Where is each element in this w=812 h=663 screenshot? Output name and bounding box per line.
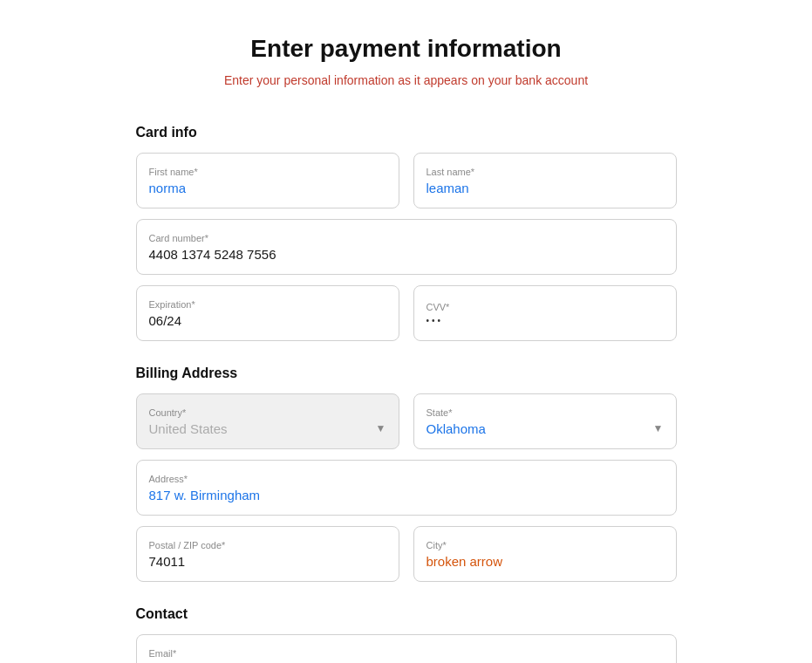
- expiration-value: 06/24: [149, 313, 386, 328]
- country-value: United States: [149, 421, 228, 436]
- state-value: Oklahoma: [426, 421, 486, 436]
- postal-value: 74011: [149, 554, 386, 569]
- address-label: Address*: [149, 474, 664, 484]
- state-box[interactable]: State* Oklahoma ▼: [413, 393, 677, 449]
- page-header: Enter payment information Enter your per…: [136, 35, 677, 90]
- name-row: First name* norma Last name* leaman: [136, 153, 677, 208]
- postal-field[interactable]: Postal / ZIP code* 74011: [136, 526, 399, 582]
- email-field[interactable]: Email* leighallen22@hotmail.com: [136, 634, 677, 663]
- card-number-label: Card number*: [149, 233, 664, 243]
- last-name-field[interactable]: Last name* leaman: [413, 153, 677, 208]
- city-label: City*: [426, 540, 664, 550]
- address-field[interactable]: Address* 817 w. Birmingham: [136, 460, 677, 516]
- contact-section: Contact Email* leighallen22@hotmail.com: [136, 606, 677, 663]
- city-value: broken arrow: [426, 554, 664, 569]
- city-box[interactable]: City* broken arrow: [413, 526, 677, 582]
- expiration-field[interactable]: Expiration* 06/24: [136, 285, 399, 341]
- page-subtitle: Enter your personal information as it ap…: [136, 72, 677, 90]
- last-name-label: Last name*: [426, 167, 664, 177]
- first-name-field[interactable]: First name* norma: [136, 153, 399, 208]
- expiry-cvv-row: Expiration* 06/24 CVV* •••: [136, 285, 677, 341]
- country-arrow-icon: ▼: [376, 422, 386, 434]
- state-field[interactable]: State* Oklahoma ▼: [413, 393, 677, 449]
- country-select[interactable]: United States ▼: [149, 421, 386, 436]
- first-name-box[interactable]: First name* norma: [136, 153, 399, 208]
- first-name-label: First name*: [149, 167, 386, 177]
- last-name-box[interactable]: Last name* leaman: [413, 153, 677, 208]
- card-info-title: Card info: [136, 125, 677, 140]
- billing-address-title: Billing Address: [136, 366, 677, 381]
- email-row: Email* leighallen22@hotmail.com: [136, 634, 677, 663]
- expiration-label: Expiration*: [149, 299, 386, 310]
- state-label: State*: [426, 407, 664, 418]
- contact-title: Contact: [136, 606, 677, 622]
- cvv-field[interactable]: CVV* •••: [413, 285, 677, 341]
- cvv-box[interactable]: CVV* •••: [413, 285, 677, 341]
- first-name-value: norma: [149, 181, 386, 195]
- last-name-value: leaman: [426, 181, 664, 195]
- cvv-value: •••: [426, 316, 664, 325]
- email-box[interactable]: Email* leighallen22@hotmail.com: [136, 634, 677, 663]
- postal-label: Postal / ZIP code*: [149, 540, 386, 550]
- card-info-section: Card info First name* norma Last name* l…: [136, 125, 677, 341]
- city-field[interactable]: City* broken arrow: [413, 526, 677, 582]
- postal-city-row: Postal / ZIP code* 74011 City* broken ar…: [136, 526, 677, 582]
- state-select[interactable]: Oklahoma ▼: [426, 421, 664, 436]
- billing-address-section: Billing Address Country* United States ▼…: [136, 366, 677, 582]
- state-arrow-icon: ▼: [653, 422, 664, 434]
- address-value: 817 w. Birmingham: [149, 488, 664, 502]
- card-number-row: Card number* 4408 1374 5248 7556: [136, 219, 677, 275]
- country-box[interactable]: Country* United States ▼: [136, 393, 399, 449]
- page-container: Enter payment information Enter your per…: [136, 35, 677, 663]
- cvv-label: CVV*: [426, 302, 664, 312]
- country-label: Country*: [149, 407, 386, 418]
- page-title: Enter payment information: [136, 35, 677, 63]
- email-label: Email*: [149, 648, 664, 659]
- country-field[interactable]: Country* United States ▼: [136, 393, 399, 449]
- card-number-value: 4408 1374 5248 7556: [149, 247, 664, 262]
- card-number-box[interactable]: Card number* 4408 1374 5248 7556: [136, 219, 677, 275]
- postal-box[interactable]: Postal / ZIP code* 74011: [136, 526, 399, 582]
- country-state-row: Country* United States ▼ State* Oklahoma…: [136, 393, 677, 449]
- address-box[interactable]: Address* 817 w. Birmingham: [136, 460, 677, 516]
- address-row: Address* 817 w. Birmingham: [136, 460, 677, 516]
- expiration-box[interactable]: Expiration* 06/24: [136, 285, 399, 341]
- card-number-field[interactable]: Card number* 4408 1374 5248 7556: [136, 219, 677, 275]
